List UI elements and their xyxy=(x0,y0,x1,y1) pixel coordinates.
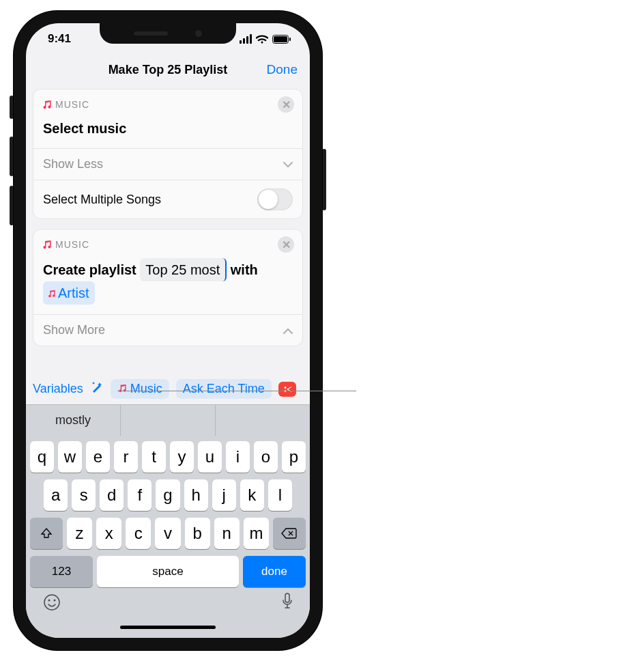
key-i[interactable]: i xyxy=(226,441,250,473)
action-prefix: Create playlist xyxy=(43,262,136,277)
done-button[interactable]: Done xyxy=(267,62,298,77)
backspace-key[interactable] xyxy=(273,518,306,549)
content-area: MUSIC ✕ Select music Show Less Select Mu… xyxy=(26,85,310,374)
cellular-icon xyxy=(240,34,252,44)
space-key[interactable]: space xyxy=(97,556,239,587)
select-multiple-row: Select Multiple Songs xyxy=(33,180,302,219)
prediction-3[interactable] xyxy=(216,405,310,436)
status-time: 9:41 xyxy=(48,32,71,46)
key-c[interactable]: c xyxy=(126,518,151,549)
key-l[interactable]: l xyxy=(268,479,292,511)
key-z[interactable]: z xyxy=(67,518,92,549)
variables-button[interactable]: Variables xyxy=(33,382,83,396)
action-content: Create playlist Top 25 most with Artist xyxy=(33,255,302,314)
show-more-row[interactable]: Show More xyxy=(33,314,302,346)
prediction-1[interactable]: mostly xyxy=(26,405,121,436)
key-q[interactable]: q xyxy=(30,441,54,473)
svg-point-5 xyxy=(54,600,56,602)
playlist-name-input[interactable]: Top 25 most xyxy=(140,258,227,281)
var-pill-clipboard[interactable] xyxy=(278,382,296,397)
var-pill-music[interactable]: Music xyxy=(111,379,169,399)
pill-label: Music xyxy=(130,382,162,396)
key-y[interactable]: y xyxy=(170,441,194,473)
dictation-key[interactable] xyxy=(281,593,293,615)
key-f[interactable]: f xyxy=(128,479,151,511)
key-j[interactable]: j xyxy=(212,479,236,511)
app-name: MUSIC xyxy=(55,99,89,110)
magic-wand-icon[interactable] xyxy=(90,380,104,397)
key-n[interactable]: n xyxy=(214,518,240,549)
notch xyxy=(100,23,236,44)
navbar: Make Top 25 Playlist Done xyxy=(26,55,310,85)
key-k[interactable]: k xyxy=(240,479,264,511)
key-o[interactable]: o xyxy=(254,441,278,473)
key-r[interactable]: r xyxy=(114,441,138,473)
select-multiple-label: Select Multiple Songs xyxy=(43,193,161,207)
svg-rect-2 xyxy=(289,38,291,41)
svg-rect-6 xyxy=(285,593,289,602)
scissors-icon xyxy=(283,384,292,394)
music-icon xyxy=(42,240,51,249)
app-name: MUSIC xyxy=(55,239,89,250)
home-indicator[interactable] xyxy=(26,619,310,638)
power-button[interactable] xyxy=(322,149,326,210)
key-x[interactable]: x xyxy=(96,518,121,549)
svg-rect-1 xyxy=(274,36,287,42)
action-title[interactable]: Select music xyxy=(33,115,302,148)
show-less-label: Show Less xyxy=(43,157,103,171)
svg-point-4 xyxy=(48,600,50,602)
key-t[interactable]: t xyxy=(142,441,166,473)
action-card-select-music: MUSIC ✕ Select music Show Less Select Mu… xyxy=(33,89,303,219)
svg-point-3 xyxy=(44,595,59,610)
key-a[interactable]: a xyxy=(44,479,68,511)
emoji-key[interactable] xyxy=(42,593,61,615)
pill-label: Ask Each Time xyxy=(183,382,265,396)
chevron-up-icon xyxy=(283,323,293,337)
select-multiple-switch[interactable] xyxy=(257,188,293,210)
key-e[interactable]: e xyxy=(86,441,110,473)
delete-action-button[interactable]: ✕ xyxy=(278,96,294,113)
iphone-frame: 9:41 Make Top 25 Playlist Done xyxy=(14,11,322,650)
wifi-icon xyxy=(256,35,268,44)
music-icon xyxy=(42,100,51,109)
shift-key[interactable] xyxy=(30,518,63,549)
key-h[interactable]: h xyxy=(184,479,208,511)
prediction-bar: mostly xyxy=(26,404,310,436)
key-p[interactable]: p xyxy=(282,441,306,473)
variable-toolbar: Variables Music Ask Each Time xyxy=(26,374,310,404)
key-b[interactable]: b xyxy=(185,518,210,549)
numbers-key[interactable]: 123 xyxy=(30,556,93,587)
delete-action-button[interactable]: ✕ xyxy=(278,236,294,253)
action-card-create-playlist: MUSIC ✕ Create playlist Top 25 most with… xyxy=(33,229,303,346)
music-icon xyxy=(47,283,55,303)
variable-token-artist[interactable]: Artist xyxy=(43,281,95,305)
show-less-row[interactable]: Show Less xyxy=(33,148,302,180)
token-label: Artist xyxy=(58,283,89,303)
chevron-down-icon xyxy=(283,157,293,171)
screen: 9:41 Make Top 25 Playlist Done xyxy=(26,23,310,638)
key-d[interactable]: d xyxy=(100,479,124,511)
keyboard: qwertyuiop asdfghjkl zxcvbnm 123 space d… xyxy=(26,436,310,619)
key-u[interactable]: u xyxy=(198,441,222,473)
key-g[interactable]: g xyxy=(156,479,179,511)
key-w[interactable]: w xyxy=(58,441,82,473)
keyboard-done-key[interactable]: done xyxy=(243,556,306,587)
prediction-2[interactable] xyxy=(121,405,216,436)
key-s[interactable]: s xyxy=(72,479,96,511)
show-more-label: Show More xyxy=(43,323,105,337)
key-m[interactable]: m xyxy=(244,518,269,549)
music-icon xyxy=(117,382,126,396)
page-title: Make Top 25 Playlist xyxy=(109,63,228,77)
action-mid: with xyxy=(231,262,258,277)
var-pill-ask-each-time[interactable]: Ask Each Time xyxy=(176,379,272,399)
key-v[interactable]: v xyxy=(155,518,180,549)
battery-icon xyxy=(272,35,291,44)
callout-line xyxy=(117,391,356,391)
